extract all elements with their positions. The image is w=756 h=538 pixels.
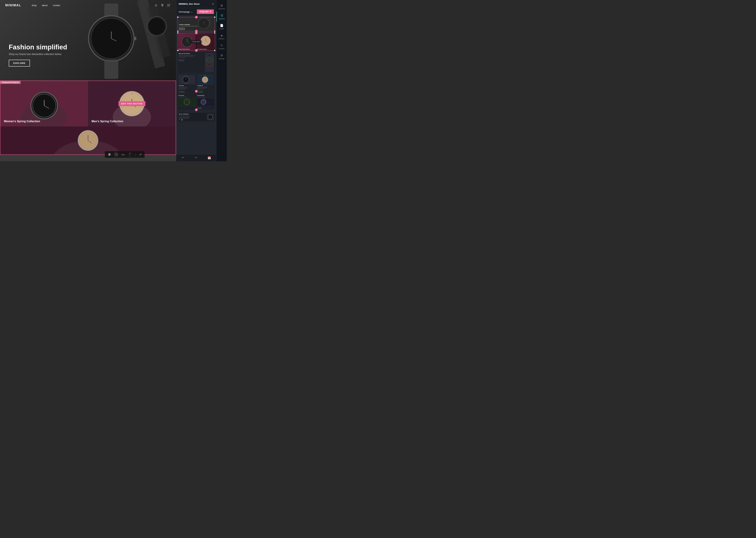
mini-mailing-section[interactable]: Join our mailing list Get exclusive disc… xyxy=(178,113,215,121)
mini-minimalist-desc: Some description text here. xyxy=(197,96,214,97)
add-section-above-hero[interactable]: + xyxy=(195,16,198,19)
mini-hero-visual: Fashion simplified Shop our brand new St… xyxy=(178,17,215,31)
add-section-below-smith[interactable]: + xyxy=(195,90,198,93)
nav-icons: ☺ ⚲ 🛒 xyxy=(155,3,171,7)
sidebar-overview-label: Overview xyxy=(218,8,225,10)
panel-bottom-icons: ↶ ↷ 📅 xyxy=(176,154,216,161)
products-grid: Women's Spring Collection xyxy=(0,81,176,127)
undo-icon[interactable]: ↶ xyxy=(182,156,184,160)
masters-icon: ◈ xyxy=(221,34,223,37)
mini-feat-corner-br xyxy=(214,50,215,51)
cart-icon[interactable]: 🛒 xyxy=(167,3,171,7)
logo: MINIMAL xyxy=(5,4,21,7)
explore-button[interactable]: EXPLORE xyxy=(9,60,30,67)
mini-orchid-minimalist-section[interactable]: The Orchid Some description text here. xyxy=(178,94,215,110)
add-section-below-featured[interactable]: + xyxy=(195,49,198,52)
mini-missus-btn: SHOP NOW xyxy=(197,91,203,93)
mini-feat-corner-tr xyxy=(214,32,215,34)
publish-label: PUBLISH xyxy=(199,11,209,13)
mini-featured-section[interactable]: + Women's Spring Collection xyxy=(178,33,215,51)
mini-men-label: Men's Spring Collection xyxy=(197,49,207,50)
mini-explore-btn: EXPLORE xyxy=(179,28,185,30)
mini-hero-section[interactable]: + Fashion simplified Shop our brand new … xyxy=(178,17,215,31)
mini-mailing-visual: Join our mailing list Get exclusive disc… xyxy=(178,113,215,121)
hero-subtitle: Shop our brand new Streamline collection… xyxy=(9,53,67,56)
product-1-label: Women's Spring Collection xyxy=(4,120,40,123)
mini-watch-img-1 xyxy=(206,53,213,57)
mini-featured-visual: Women's Spring Collection Men's Spring C… xyxy=(178,33,215,50)
sidebar-item-sections[interactable]: ☰ Sections xyxy=(216,12,227,22)
add-section-above-featured[interactable]: + xyxy=(195,31,198,34)
store-name: MINIMAL Dev Store xyxy=(179,3,200,5)
edit-section-button[interactable]: EDIT THIS SECTION xyxy=(118,101,145,106)
mini-mailing-image xyxy=(207,114,214,120)
mini-hero-subtitle: Shop our brand new Streamline collection… xyxy=(179,26,198,27)
redo-icon[interactable]: ↷ xyxy=(195,156,197,160)
mini-missus-name: The Missus xyxy=(197,85,214,86)
add-section-below-orchid[interactable]: + xyxy=(195,108,198,111)
navigation: MINIMAL shop about contact ☺ ⚲ 🛒 xyxy=(0,0,176,11)
mini-watch-img-3 xyxy=(206,63,213,66)
calendar-icon[interactable]: 📅 xyxy=(208,156,211,160)
section-spacer-2 xyxy=(178,111,215,113)
search-icon[interactable]: ⚲ xyxy=(161,3,164,7)
nav-links: shop about contact xyxy=(32,4,60,7)
desktop-device-icon[interactable]: 🖥 xyxy=(108,153,111,156)
fullscreen-icon[interactable]: ⤢ xyxy=(139,152,142,156)
sidebar-item-overview[interactable]: ⊞ Overview xyxy=(216,2,227,12)
sidebar-item-masters[interactable]: ◈ Masters xyxy=(216,32,227,42)
panel-header: MINIMAL Dev Store ≡ xyxy=(176,0,216,8)
sidebar-sections-label: Sections xyxy=(219,18,225,20)
mini-about-section[interactable]: Make your life minimal At Minimal, our s… xyxy=(178,52,215,73)
tablet-portrait-device-icon[interactable]: ▭ xyxy=(121,152,124,156)
page-dropdown-icon: ⌄ xyxy=(191,11,193,13)
page-selector[interactable]: Homepage ⌄ xyxy=(179,11,193,13)
corner-dot-br xyxy=(214,30,215,32)
sidebar-content-label: Content xyxy=(219,48,224,50)
sections-icon: ☰ xyxy=(221,14,223,17)
svg-rect-5 xyxy=(104,60,118,79)
sidebar-item-settings[interactable]: ⚙ Settings xyxy=(216,52,227,62)
corner-dot-bl xyxy=(177,30,178,32)
sidebar-item-content[interactable]: ✎ Content xyxy=(216,42,227,52)
mini-smith-desc: The Smith has all the usualqualities tha… xyxy=(179,86,195,90)
sidebar-item-pages[interactable]: 📄 Pages xyxy=(216,22,227,32)
tablet-landscape-device-icon[interactable]: ⬛ xyxy=(114,152,118,156)
featured-products-section: Featured Products xyxy=(0,81,176,155)
account-icon[interactable]: ☺ xyxy=(155,4,158,7)
mini-orchid-desc: Some description text here. xyxy=(178,96,195,97)
mini-feat-corner-tl xyxy=(177,32,178,34)
mini-missus-desc: The Missus was carefully craftedand buil… xyxy=(197,86,214,90)
nav-link-about[interactable]: about xyxy=(42,4,48,7)
mini-smith-btn: SHOP NOW xyxy=(179,91,185,93)
mini-minimalist-card: The Minimalist Some description text her… xyxy=(196,94,215,110)
hero-content: Fashion simplified Shop our brand new St… xyxy=(9,43,67,67)
mini-orchid-name: The Orchid xyxy=(178,95,195,96)
publish-icon: ✎ xyxy=(210,11,212,13)
panel-content: MINIMAL Dev Store ≡ Homepage ⌄ PUBLISH ✎… xyxy=(176,0,216,161)
main-preview-area: MINIMAL shop about contact ☺ ⚲ 🛒 xyxy=(0,0,176,161)
nav-link-shop[interactable]: shop xyxy=(32,4,36,7)
mini-preview[interactable]: + Fashion simplified Shop our brand new … xyxy=(176,16,216,154)
device-divider xyxy=(135,153,136,156)
sidebar-masters-label: Masters xyxy=(219,38,224,39)
settings-icon: ⚙ xyxy=(220,54,223,57)
mini-watch-img-2 xyxy=(206,58,213,62)
mini-about-title: Make your life minimal xyxy=(179,53,204,54)
mini-minimalist-btn: SHOP NOW xyxy=(197,108,202,109)
svg-rect-6 xyxy=(134,37,136,40)
product-item-2[interactable]: Men's Spring Collection EDIT THIS SECTIO… xyxy=(88,81,176,127)
panel-toolbar: Homepage ⌄ PUBLISH ✎ xyxy=(176,8,216,16)
menu-icon[interactable]: ≡ xyxy=(212,2,214,6)
content-icon: ✎ xyxy=(220,44,223,47)
mobile-device-icon[interactable]: 📱 xyxy=(128,152,132,156)
product-item-1[interactable]: Women's Spring Collection xyxy=(0,81,88,127)
mini-minimalist-name: The Minimalist xyxy=(197,95,214,96)
hero-watch-illustration xyxy=(66,0,171,81)
mini-about-visual: Make your life minimal At Minimal, our s… xyxy=(178,52,215,73)
publish-button[interactable]: PUBLISH ✎ xyxy=(197,10,214,14)
featured-label: Featured Products xyxy=(0,81,21,84)
nav-link-contact[interactable]: contact xyxy=(53,4,60,7)
mini-smith-missus-section[interactable]: The Smith The Smith has all the usualqua… xyxy=(178,74,215,91)
product-2-label: Men's Spring Collection xyxy=(92,120,123,123)
